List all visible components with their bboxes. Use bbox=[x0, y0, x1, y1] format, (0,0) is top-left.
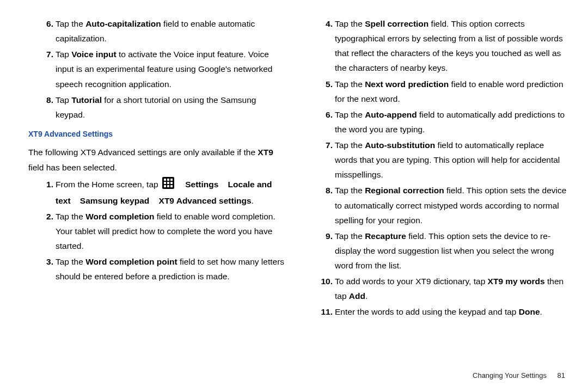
xt9-intro: The following XT9 Advanced settings are … bbox=[28, 145, 288, 174]
list-number: 2. bbox=[28, 209, 56, 253]
list-number: 8. bbox=[28, 93, 56, 122]
list-item: 5.Tap the Next word prediction field to … bbox=[308, 77, 567, 106]
list-item: 2.Tap the Word completion field to enabl… bbox=[28, 209, 288, 253]
svg-rect-9 bbox=[170, 185, 173, 187]
list-number: 4. bbox=[308, 16, 335, 76]
svg-rect-4 bbox=[164, 182, 166, 184]
page-footer: Changing Your Settings 81 bbox=[473, 370, 565, 382]
left-column: 6.Tap the Auto-capitalization field to e… bbox=[28, 16, 288, 321]
list-number: 8. bbox=[308, 183, 335, 227]
svg-rect-5 bbox=[167, 182, 169, 184]
list-number: 1. bbox=[28, 177, 56, 208]
list-item: 9.Tap the Recapture field. This option s… bbox=[308, 229, 567, 273]
list-item: 8.Tap Tutorial for a short tutorial on u… bbox=[28, 93, 288, 122]
list-number: 7. bbox=[308, 138, 335, 182]
list-item: 7.Tap the Auto-substitution field to aut… bbox=[308, 138, 567, 182]
svg-rect-2 bbox=[167, 179, 169, 181]
right-column: 4.Tap the Spell correction field. This o… bbox=[308, 16, 567, 321]
svg-rect-1 bbox=[164, 179, 166, 181]
list-item: 4.Tap the Spell correction field. This o… bbox=[308, 16, 567, 76]
list-item: 3.Tap the Word completion point field to… bbox=[28, 254, 288, 284]
list-item: 6.Tap the Auto-append field to automatic… bbox=[308, 107, 567, 137]
list-number: 6. bbox=[28, 16, 56, 46]
footer-page: 81 bbox=[558, 371, 565, 379]
list-number: 5. bbox=[308, 77, 335, 106]
list-number: 6. bbox=[308, 107, 335, 137]
list-number: 7. bbox=[28, 47, 56, 91]
list-number: 11. bbox=[308, 304, 335, 319]
xt9-heading: XT9 Advanced Settings bbox=[28, 127, 288, 141]
svg-rect-8 bbox=[167, 185, 169, 187]
list-item: 6.Tap the Auto-capitalization field to e… bbox=[28, 16, 288, 46]
svg-rect-7 bbox=[164, 185, 166, 187]
apps-grid-icon bbox=[162, 177, 174, 193]
svg-rect-3 bbox=[170, 179, 173, 181]
list-number: 9. bbox=[308, 229, 335, 273]
list-item: 10.To add words to your XT9 dictionary, … bbox=[308, 274, 567, 303]
list-item: 1.From the Home screen, tap Settings Loc… bbox=[28, 177, 288, 208]
list-number: 3. bbox=[28, 254, 56, 284]
list-number: 10. bbox=[308, 274, 335, 303]
list-item: 8.Tap the Regional correction field. Thi… bbox=[308, 183, 567, 227]
footer-section: Changing Your Settings bbox=[473, 371, 547, 379]
list-item: 11.Enter the words to add using the keyp… bbox=[308, 304, 567, 319]
svg-rect-6 bbox=[170, 182, 173, 184]
list-item: 7.Tap Voice input to activate the Voice … bbox=[28, 47, 288, 91]
